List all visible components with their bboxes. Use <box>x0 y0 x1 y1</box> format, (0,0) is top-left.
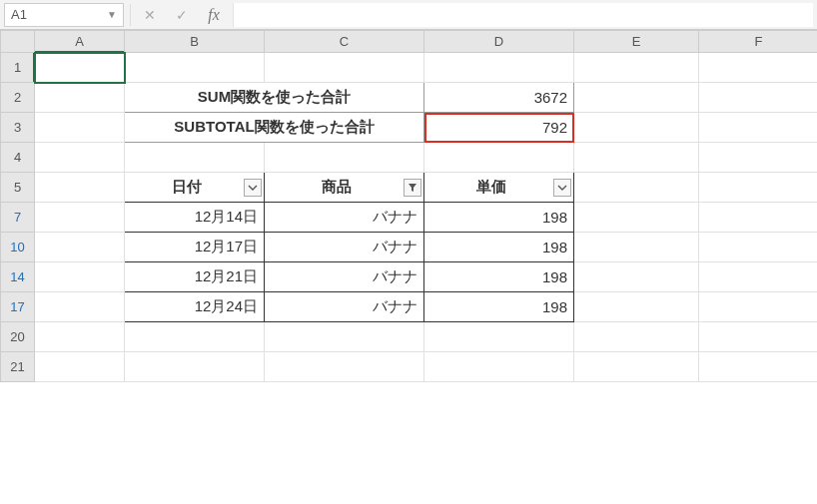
cell-B4[interactable] <box>125 143 265 173</box>
cell-F7[interactable] <box>699 203 818 233</box>
filter-button-date[interactable] <box>244 179 262 197</box>
cell-F4[interactable] <box>699 143 818 173</box>
cell-E4[interactable] <box>574 143 699 173</box>
table-header-item[interactable]: 商品 <box>265 173 424 203</box>
cell-F14[interactable] <box>699 262 818 292</box>
table-row[interactable]: 198 <box>424 262 574 292</box>
column-header-C[interactable]: C <box>265 31 424 53</box>
cell-A4[interactable] <box>35 143 125 173</box>
cell-E14[interactable] <box>574 262 699 292</box>
table-header-label: 日付 <box>172 178 202 195</box>
table-row[interactable]: バナナ <box>265 233 424 262</box>
chevron-down-icon <box>248 183 258 193</box>
cell-E7[interactable] <box>574 203 699 233</box>
cell-C20[interactable] <box>265 322 424 352</box>
cell-E10[interactable] <box>574 233 699 262</box>
row-header-7[interactable]: 7 <box>1 203 35 233</box>
filter-button-price[interactable] <box>553 179 571 197</box>
cell-F17[interactable] <box>699 292 818 322</box>
cell-A20[interactable] <box>35 322 125 352</box>
chevron-down-icon <box>557 183 567 193</box>
confirm-formula-button[interactable]: ✓ <box>169 3 195 27</box>
table-row[interactable]: 198 <box>424 292 574 322</box>
table-row[interactable]: 198 <box>424 203 574 233</box>
select-all-corner[interactable] <box>1 31 35 53</box>
cell-A17[interactable] <box>35 292 125 322</box>
cell-F1[interactable] <box>699 53 818 83</box>
table-row[interactable]: 198 <box>424 233 574 262</box>
row-header-4[interactable]: 4 <box>1 143 35 173</box>
cell-F10[interactable] <box>699 233 818 262</box>
table-row[interactable]: バナナ <box>265 203 424 233</box>
cell-F5[interactable] <box>699 173 818 203</box>
cancel-formula-button[interactable]: ✕ <box>137 3 163 27</box>
cell-D21[interactable] <box>424 352 574 382</box>
cell-C21[interactable] <box>265 352 424 382</box>
filter-button-item[interactable] <box>404 179 421 197</box>
row-header-1[interactable]: 1 <box>1 53 35 83</box>
cell-A2[interactable] <box>35 83 125 113</box>
table-header-date[interactable]: 日付 <box>125 173 265 203</box>
row-header-20[interactable]: 20 <box>1 322 35 352</box>
table-row[interactable]: 12月24日 <box>125 292 265 322</box>
table-row[interactable]: バナナ <box>265 292 424 322</box>
formula-input[interactable] <box>233 3 813 27</box>
column-header-E[interactable]: E <box>574 31 699 53</box>
name-box-value: A1 <box>11 7 27 22</box>
sum-value[interactable]: 3672 <box>424 83 574 113</box>
cell-B1[interactable] <box>125 53 265 83</box>
cell-B21[interactable] <box>125 352 265 382</box>
subtotal-label[interactable]: SUBTOTAL関数を使った合計 <box>125 113 424 143</box>
cell-E2[interactable] <box>574 83 699 113</box>
cell-F20[interactable] <box>699 322 818 352</box>
cell-C1[interactable] <box>265 53 424 83</box>
column-header-D[interactable]: D <box>424 31 574 53</box>
formula-bar: A1 ▼ ✕ ✓ fx <box>0 0 817 30</box>
row-header-17[interactable]: 17 <box>1 292 35 322</box>
cell-A5[interactable] <box>35 173 125 203</box>
cell-C4[interactable] <box>265 143 424 173</box>
cell-E21[interactable] <box>574 352 699 382</box>
cell-A1[interactable] <box>35 53 125 83</box>
cell-F3[interactable] <box>699 113 818 143</box>
grid: A B C D E F 1 <box>0 30 817 504</box>
table-row[interactable]: 12月21日 <box>125 262 265 292</box>
column-header-row: A B C D E F <box>1 31 818 53</box>
table-row[interactable]: バナナ <box>265 262 424 292</box>
insert-function-button[interactable]: fx <box>201 3 227 27</box>
cell-F2[interactable] <box>699 83 818 113</box>
cell-A14[interactable] <box>35 262 125 292</box>
cell-F21[interactable] <box>699 352 818 382</box>
table-header-label: 単価 <box>476 178 506 195</box>
row-header-14[interactable]: 14 <box>1 262 35 292</box>
row-header-3[interactable]: 3 <box>1 113 35 143</box>
cell-E3[interactable] <box>574 113 699 143</box>
cell-E5[interactable] <box>574 173 699 203</box>
column-header-F[interactable]: F <box>699 31 818 53</box>
subtotal-value[interactable]: 792 <box>424 113 574 143</box>
table-row[interactable]: 12月17日 <box>125 233 265 262</box>
table-row[interactable]: 12月14日 <box>125 203 265 233</box>
cell-A10[interactable] <box>35 233 125 262</box>
column-header-A[interactable]: A <box>35 31 125 53</box>
column-header-B[interactable]: B <box>125 31 265 53</box>
cell-E17[interactable] <box>574 292 699 322</box>
table-header-price[interactable]: 単価 <box>424 173 574 203</box>
cell-D4[interactable] <box>424 143 574 173</box>
sum-label[interactable]: SUM関数を使った合計 <box>125 83 424 113</box>
check-icon: ✓ <box>176 7 188 23</box>
row-header-2[interactable]: 2 <box>1 83 35 113</box>
cell-A3[interactable] <box>35 113 125 143</box>
cell-E1[interactable] <box>574 53 699 83</box>
cell-A7[interactable] <box>35 203 125 233</box>
row-header-21[interactable]: 21 <box>1 352 35 382</box>
name-box[interactable]: A1 ▼ <box>4 3 124 27</box>
chevron-down-icon: ▼ <box>107 9 117 20</box>
cell-A21[interactable] <box>35 352 125 382</box>
cell-D1[interactable] <box>424 53 574 83</box>
row-header-10[interactable]: 10 <box>1 233 35 262</box>
cell-E20[interactable] <box>574 322 699 352</box>
cell-B20[interactable] <box>125 322 265 352</box>
cell-D20[interactable] <box>424 322 574 352</box>
row-header-5[interactable]: 5 <box>1 173 35 203</box>
